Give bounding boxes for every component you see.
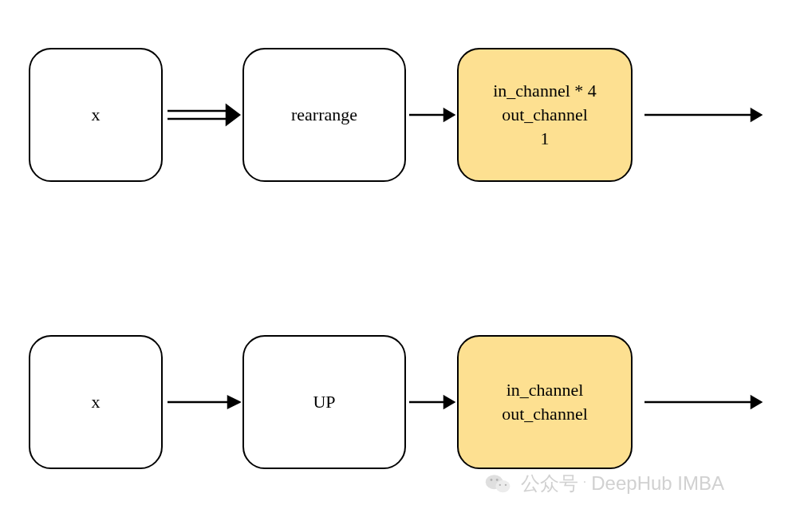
arrow-3: [639, 103, 767, 127]
arrow-icon: [164, 390, 241, 414]
arrow-icon: [408, 103, 455, 127]
arrow-icon: [643, 103, 763, 127]
svg-marker-12: [751, 397, 761, 408]
input-node-x: x: [29, 48, 163, 182]
node-label: UP: [313, 390, 335, 414]
wechat-icon: [484, 469, 513, 498]
arrow-1-double: [163, 99, 242, 131]
svg-point-18: [505, 484, 507, 486]
node-line-3: 1: [541, 127, 550, 151]
node-label: x: [92, 390, 101, 414]
operation-node-rearrange: rearrange: [242, 48, 406, 182]
svg-marker-4: [444, 109, 454, 120]
flow-row-1: x rearrange in_channel * 4 out_channel 1: [0, 48, 812, 182]
double-arrow-icon: [164, 99, 241, 131]
arrow-2: [406, 103, 457, 127]
flow-row-2: x UP in_channel out_channel: [0, 335, 812, 469]
output-node-conv-params: in_channel * 4 out_channel 1: [457, 48, 633, 182]
svg-marker-2: [227, 105, 239, 124]
svg-marker-10: [444, 397, 454, 408]
arrow-1: [163, 390, 242, 414]
input-node-x: x: [29, 335, 163, 469]
watermark-suffix: DeepHub IMBA: [591, 472, 724, 495]
node-line-2: out_channel: [502, 103, 588, 127]
svg-point-14: [495, 480, 510, 492]
arrow-2: [406, 390, 457, 414]
svg-point-16: [496, 479, 499, 481]
watermark: 公众号 · DeepHub IMBA: [484, 469, 724, 498]
watermark-separator: ·: [583, 475, 586, 489]
node-label: x: [92, 103, 101, 127]
node-line-1: in_channel * 4: [493, 79, 597, 103]
node-line-1: in_channel: [507, 378, 584, 402]
watermark-prefix: 公众号: [521, 471, 578, 496]
operation-node-up: UP: [242, 335, 406, 469]
node-label: rearrange: [291, 103, 357, 127]
arrow-icon: [408, 390, 455, 414]
svg-marker-6: [751, 109, 761, 120]
svg-point-15: [490, 479, 492, 481]
svg-marker-8: [228, 397, 239, 408]
node-line-2: out_channel: [502, 402, 588, 426]
output-node-conv-params: in_channel out_channel: [457, 335, 633, 469]
arrow-icon: [643, 390, 763, 414]
svg-point-17: [499, 484, 500, 486]
arrow-3: [639, 390, 767, 414]
